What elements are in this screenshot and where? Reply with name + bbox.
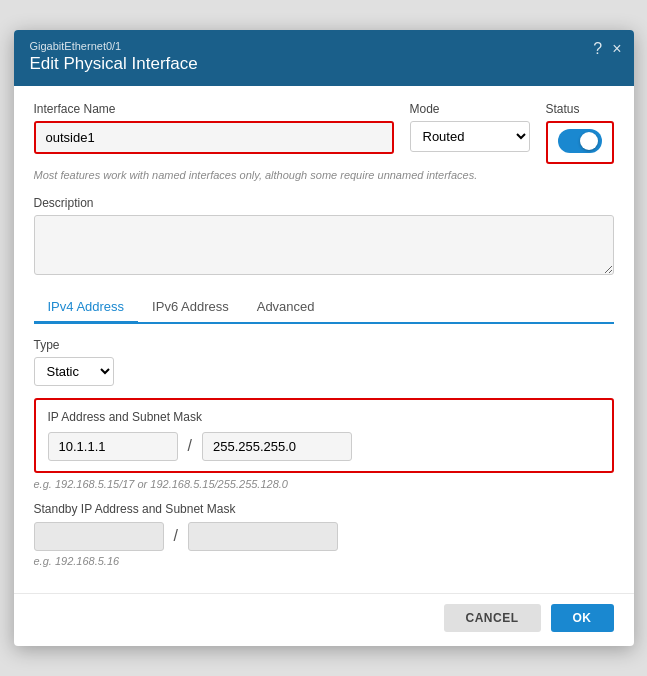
help-icon[interactable]: ? xyxy=(593,40,602,58)
type-select[interactable]: Static DHCP PPPoE xyxy=(34,357,114,386)
description-label: Description xyxy=(34,196,614,210)
type-select-wrapper: Static DHCP PPPoE xyxy=(34,357,614,386)
tab-advanced[interactable]: Advanced xyxy=(243,292,329,324)
standby-hint: e.g. 192.168.5.16 xyxy=(34,555,614,567)
ip-section-label: IP Address and Subnet Mask xyxy=(48,410,600,424)
interface-name-hint: Most features work with named interfaces… xyxy=(34,168,614,183)
ip-divider: / xyxy=(188,437,192,455)
dialog-footer: CANCEL OK xyxy=(14,593,634,646)
top-row: Interface Name Mode Routed Switched Pass… xyxy=(34,102,614,164)
mode-group: Mode Routed Switched Passive xyxy=(410,102,530,152)
status-label: Status xyxy=(546,102,614,116)
dialog-title: Edit Physical Interface xyxy=(30,54,618,74)
dialog-header-icons: ? × xyxy=(593,40,621,58)
standby-section: Standby IP Address and Subnet Mask / e.g… xyxy=(34,502,614,567)
mode-label: Mode xyxy=(410,102,530,116)
dialog-body: Interface Name Mode Routed Switched Pass… xyxy=(14,86,634,592)
ok-button[interactable]: OK xyxy=(551,604,614,632)
status-toggle-wrapper xyxy=(546,121,614,164)
tab-ipv6-address[interactable]: IPv6 Address xyxy=(138,292,243,324)
dialog-subtitle: GigabitEthernet0/1 xyxy=(30,40,618,52)
dialog-header: GigabitEthernet0/1 Edit Physical Interfa… xyxy=(14,30,634,86)
ip-address-input[interactable] xyxy=(48,432,178,461)
status-toggle[interactable] xyxy=(558,129,602,153)
interface-name-input[interactable] xyxy=(36,123,392,152)
ip-address-section: IP Address and Subnet Mask / xyxy=(34,398,614,473)
tab-ipv4-address[interactable]: IPv4 Address xyxy=(34,292,139,324)
standby-divider: / xyxy=(174,527,178,545)
ip-hint: e.g. 192.168.5.15/17 or 192.168.5.15/255… xyxy=(34,478,614,490)
edit-physical-interface-dialog: GigabitEthernet0/1 Edit Physical Interfa… xyxy=(14,30,634,645)
standby-label: Standby IP Address and Subnet Mask xyxy=(34,502,614,516)
close-icon[interactable]: × xyxy=(612,40,621,58)
tabs: IPv4 Address IPv6 Address Advanced xyxy=(34,292,614,324)
type-label: Type xyxy=(34,338,614,352)
ip-row: / xyxy=(48,432,600,461)
interface-name-label: Interface Name xyxy=(34,102,394,116)
interface-name-group: Interface Name xyxy=(34,102,394,154)
standby-row: / xyxy=(34,522,614,551)
standby-ip-input[interactable] xyxy=(34,522,164,551)
standby-mask-input[interactable] xyxy=(188,522,338,551)
mode-select[interactable]: Routed Switched Passive xyxy=(410,121,530,152)
description-textarea[interactable] xyxy=(34,215,614,275)
type-row: Type Static DHCP PPPoE xyxy=(34,338,614,386)
interface-name-box xyxy=(34,121,394,154)
subnet-mask-input[interactable] xyxy=(202,432,352,461)
status-group: Status xyxy=(546,102,614,164)
toggle-slider xyxy=(558,129,602,153)
cancel-button[interactable]: CANCEL xyxy=(444,604,541,632)
